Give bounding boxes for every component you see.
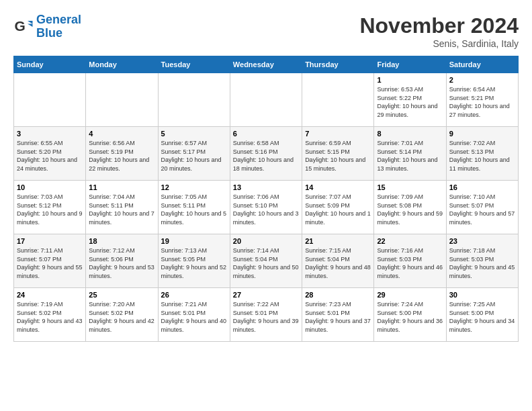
day-info: Sunrise: 7:24 AM Sunset: 5:00 PM Dayligh…: [377, 300, 443, 334]
calendar-week-row: 24Sunrise: 7:19 AM Sunset: 5:02 PM Dayli…: [14, 288, 519, 342]
day-number: 26: [161, 291, 227, 299]
day-of-week-header: Monday: [86, 56, 158, 73]
calendar-cell: 26Sunrise: 7:21 AM Sunset: 5:01 PM Dayli…: [158, 288, 230, 342]
day-number: 28: [305, 291, 371, 299]
calendar-cell: 7Sunrise: 6:59 AM Sunset: 5:15 PM Daylig…: [302, 127, 374, 181]
day-info: Sunrise: 7:02 AM Sunset: 5:13 PM Dayligh…: [449, 139, 515, 173]
day-info: Sunrise: 7:04 AM Sunset: 5:11 PM Dayligh…: [89, 193, 154, 226]
page-header: G General Blue November 2024 Senis, Sard…: [13, 13, 519, 49]
day-info: Sunrise: 7:14 AM Sunset: 5:04 PM Dayligh…: [233, 246, 299, 280]
calendar-cell: 4Sunrise: 6:56 AM Sunset: 5:19 PM Daylig…: [86, 127, 158, 181]
day-number: 22: [377, 237, 443, 245]
calendar-week-row: 1Sunrise: 6:53 AM Sunset: 5:22 PM Daylig…: [14, 73, 519, 127]
calendar-cell: 21Sunrise: 7:15 AM Sunset: 5:04 PM Dayli…: [302, 234, 374, 288]
calendar-cell: 15Sunrise: 7:09 AM Sunset: 5:08 PM Dayli…: [374, 181, 446, 234]
day-info: Sunrise: 7:19 AM Sunset: 5:02 PM Dayligh…: [17, 300, 83, 334]
logo-line1: General: [36, 13, 81, 26]
day-info: Sunrise: 7:01 AM Sunset: 5:14 PM Dayligh…: [377, 139, 443, 173]
calendar-cell: 9Sunrise: 7:02 AM Sunset: 5:13 PM Daylig…: [446, 127, 518, 181]
calendar-cell: 28Sunrise: 7:23 AM Sunset: 5:01 PM Dayli…: [302, 288, 374, 342]
day-number: 12: [161, 183, 227, 191]
calendar-cell: [302, 73, 374, 127]
day-info: Sunrise: 7:16 AM Sunset: 5:03 PM Dayligh…: [377, 246, 443, 280]
calendar-cell: 5Sunrise: 6:57 AM Sunset: 5:17 PM Daylig…: [158, 127, 230, 181]
day-number: 16: [449, 183, 515, 191]
day-info: Sunrise: 7:05 AM Sunset: 5:11 PM Dayligh…: [161, 193, 227, 226]
day-info: Sunrise: 7:20 AM Sunset: 5:02 PM Dayligh…: [89, 300, 154, 334]
day-info: Sunrise: 6:55 AM Sunset: 5:20 PM Dayligh…: [17, 139, 83, 173]
day-info: Sunrise: 7:11 AM Sunset: 5:07 PM Dayligh…: [17, 246, 83, 280]
calendar-cell: [158, 73, 230, 127]
day-of-week-header: Saturday: [446, 56, 518, 73]
day-info: Sunrise: 7:07 AM Sunset: 5:09 PM Dayligh…: [305, 193, 371, 226]
day-number: 9: [449, 130, 515, 138]
day-of-week-header: Sunday: [14, 56, 86, 73]
day-number: 27: [233, 291, 299, 299]
day-of-week-header: Friday: [374, 56, 446, 73]
day-info: Sunrise: 7:06 AM Sunset: 5:10 PM Dayligh…: [233, 193, 299, 226]
day-of-week-header: Wednesday: [230, 56, 302, 73]
calendar-cell: 1Sunrise: 6:53 AM Sunset: 5:22 PM Daylig…: [374, 73, 446, 127]
calendar-cell: [230, 73, 302, 127]
logo-text: General Blue: [36, 13, 81, 40]
calendar-cell: 22Sunrise: 7:16 AM Sunset: 5:03 PM Dayli…: [374, 234, 446, 288]
day-number: 17: [17, 237, 83, 245]
calendar-cell: 27Sunrise: 7:22 AM Sunset: 5:01 PM Dayli…: [230, 288, 302, 342]
day-info: Sunrise: 7:15 AM Sunset: 5:04 PM Dayligh…: [305, 246, 371, 280]
logo-icon: G: [13, 17, 34, 37]
calendar-cell: 25Sunrise: 7:20 AM Sunset: 5:02 PM Dayli…: [86, 288, 158, 342]
day-number: 2: [449, 76, 515, 84]
day-number: 3: [17, 130, 83, 138]
day-number: 5: [161, 130, 227, 138]
calendar-cell: 10Sunrise: 7:03 AM Sunset: 5:12 PM Dayli…: [14, 181, 86, 234]
calendar-cell: 6Sunrise: 6:58 AM Sunset: 5:16 PM Daylig…: [230, 127, 302, 181]
day-number: 20: [233, 237, 299, 245]
day-number: 25: [89, 291, 154, 299]
calendar-cell: 11Sunrise: 7:04 AM Sunset: 5:11 PM Dayli…: [86, 181, 158, 234]
day-number: 6: [233, 130, 299, 138]
day-info: Sunrise: 7:10 AM Sunset: 5:07 PM Dayligh…: [449, 193, 515, 226]
day-number: 24: [17, 291, 83, 299]
location: Senis, Sardinia, Italy: [359, 38, 519, 49]
day-number: 1: [377, 76, 443, 84]
calendar-cell: 2Sunrise: 6:54 AM Sunset: 5:21 PM Daylig…: [446, 73, 518, 127]
svg-marker-2: [28, 24, 33, 27]
calendar-cell: 8Sunrise: 7:01 AM Sunset: 5:14 PM Daylig…: [374, 127, 446, 181]
day-number: 30: [449, 291, 515, 299]
logo: G General Blue: [13, 13, 81, 40]
calendar-header: SundayMondayTuesdayWednesdayThursdayFrid…: [14, 56, 519, 73]
svg-marker-1: [28, 21, 33, 24]
calendar-cell: 19Sunrise: 7:13 AM Sunset: 5:05 PM Dayli…: [158, 234, 230, 288]
day-info: Sunrise: 7:18 AM Sunset: 5:03 PM Dayligh…: [449, 246, 515, 280]
day-info: Sunrise: 6:58 AM Sunset: 5:16 PM Dayligh…: [233, 139, 299, 173]
calendar-week-row: 10Sunrise: 7:03 AM Sunset: 5:12 PM Dayli…: [14, 181, 519, 234]
calendar-cell: [14, 73, 86, 127]
calendar-cell: 29Sunrise: 7:24 AM Sunset: 5:00 PM Dayli…: [374, 288, 446, 342]
calendar-week-row: 17Sunrise: 7:11 AM Sunset: 5:07 PM Dayli…: [14, 234, 519, 288]
calendar-table: SundayMondayTuesdayWednesdayThursdayFrid…: [13, 56, 519, 342]
calendar-cell: 30Sunrise: 7:25 AM Sunset: 5:00 PM Dayli…: [446, 288, 518, 342]
day-number: 14: [305, 183, 371, 191]
calendar-cell: 20Sunrise: 7:14 AM Sunset: 5:04 PM Dayli…: [230, 234, 302, 288]
day-of-week-header: Tuesday: [158, 56, 230, 73]
day-info: Sunrise: 6:59 AM Sunset: 5:15 PM Dayligh…: [305, 139, 371, 173]
day-number: 18: [89, 237, 154, 245]
calendar-cell: [86, 73, 158, 127]
calendar-cell: 13Sunrise: 7:06 AM Sunset: 5:10 PM Dayli…: [230, 181, 302, 234]
day-number: 11: [89, 183, 154, 191]
day-info: Sunrise: 7:09 AM Sunset: 5:08 PM Dayligh…: [377, 193, 443, 226]
calendar-cell: 14Sunrise: 7:07 AM Sunset: 5:09 PM Dayli…: [302, 181, 374, 234]
day-number: 10: [17, 183, 83, 191]
day-number: 29: [377, 291, 443, 299]
calendar-cell: 23Sunrise: 7:18 AM Sunset: 5:03 PM Dayli…: [446, 234, 518, 288]
calendar-cell: 12Sunrise: 7:05 AM Sunset: 5:11 PM Dayli…: [158, 181, 230, 234]
day-number: 15: [377, 183, 443, 191]
day-info: Sunrise: 7:25 AM Sunset: 5:00 PM Dayligh…: [449, 300, 515, 334]
calendar-cell: 17Sunrise: 7:11 AM Sunset: 5:07 PM Dayli…: [14, 234, 86, 288]
month-title: November 2024: [359, 13, 519, 38]
day-number: 19: [161, 237, 227, 245]
day-of-week-header: Thursday: [302, 56, 374, 73]
logo-line2: Blue: [36, 26, 62, 40]
day-info: Sunrise: 6:54 AM Sunset: 5:21 PM Dayligh…: [449, 85, 515, 119]
calendar-cell: 18Sunrise: 7:12 AM Sunset: 5:06 PM Dayli…: [86, 234, 158, 288]
